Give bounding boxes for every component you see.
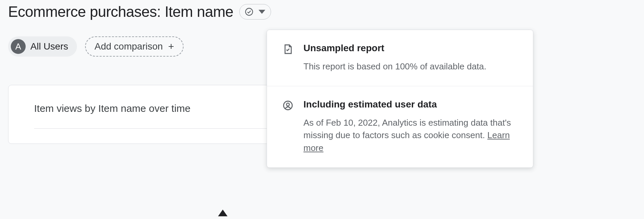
panel-item-desc: This report is based on 100% of availabl…	[303, 60, 518, 73]
svg-point-2	[287, 103, 290, 106]
data-quality-chip[interactable]	[239, 4, 271, 20]
header-row: Ecommerce purchases: Item name	[0, 0, 644, 20]
svg-point-0	[246, 8, 253, 15]
panel-item-title: Unsampled report	[303, 43, 518, 54]
caret-down-icon	[259, 10, 265, 14]
data-quality-panel: Unsampled report This report is based on…	[267, 30, 533, 168]
segment-chip-all-users[interactable]: A All Users	[8, 36, 77, 57]
add-comparison-label: Add comparison	[95, 41, 163, 52]
panel-item-unsampled: Unsampled report This report is based on…	[267, 30, 533, 86]
check-circle-icon	[244, 7, 254, 17]
add-comparison-button[interactable]: Add comparison +	[85, 36, 184, 57]
segment-avatar: A	[11, 39, 26, 54]
document-check-icon	[282, 43, 294, 73]
page-title: Ecommerce purchases: Item name	[8, 3, 233, 20]
triangle-marker-icon	[218, 210, 227, 216]
user-circle-icon	[282, 99, 294, 155]
panel-item-desc: As of Feb 10, 2022, Analytics is estimat…	[303, 117, 518, 155]
panel-item-desc-text: As of Feb 10, 2022, Analytics is estimat…	[303, 118, 511, 140]
segment-label: All Users	[30, 41, 68, 52]
plus-icon: +	[168, 41, 174, 52]
panel-item-title: Including estimated user data	[303, 99, 518, 110]
panel-item-estimated: Including estimated user data As of Feb …	[267, 86, 533, 167]
